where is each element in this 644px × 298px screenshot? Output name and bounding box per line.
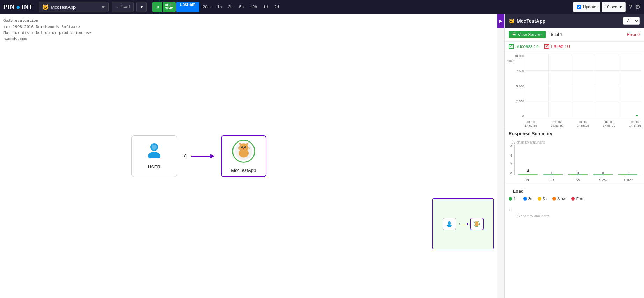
- mini-user-node: [443, 218, 456, 230]
- rc-y-0: 0: [510, 172, 512, 175]
- view-servers-button[interactable]: ☰ View Servers: [509, 31, 546, 38]
- load-legend: 1s 3s 5s Slow Error: [509, 195, 640, 202]
- app-node[interactable]: MccTestApp: [221, 135, 266, 177]
- load-chart: 4 JS chart by amCharts: [509, 204, 640, 239]
- panel-header: 🐱 MccTestApp All: [505, 14, 644, 28]
- 1d-button[interactable]: 1d: [260, 2, 271, 12]
- legend-5s-label: 5s: [543, 197, 547, 201]
- navbar: PIN●INT 🐱 MccTestApp ▼ → 1 ⇒ 1 ▼ ⊞ REAL …: [0, 0, 644, 14]
- amcharts-note: JS chart by amCharts: [511, 140, 545, 144]
- rc-x-5s: 5s: [565, 178, 591, 182]
- panel-title: 🐱 MccTestApp: [509, 18, 545, 24]
- nav-arrows: → 1 ⇒ 1: [112, 2, 134, 12]
- stats-row: ✓ Success : 4 ✓ Failed : 0: [505, 42, 644, 51]
- svg-line-17: [247, 149, 249, 149]
- sec-select[interactable]: 10 sec ▼: [602, 2, 626, 12]
- rc-val-3s: 0: [540, 171, 565, 175]
- all-select[interactable]: All: [623, 17, 640, 25]
- total-info: Total 1: [550, 32, 562, 37]
- response-time-chart: 10,000 (ms) 7,500 5,000 2,500 0: [505, 51, 644, 128]
- legend-error-label: Error: [576, 197, 585, 201]
- mini-app-node: [470, 218, 484, 230]
- view-servers-label: View Servers: [518, 32, 542, 37]
- rc-val-slow: 0: [591, 171, 616, 175]
- grid-icon-btn[interactable]: ⊞: [152, 2, 162, 12]
- rc-x-error: Error: [616, 178, 641, 182]
- rc-val-error: 0: [616, 171, 641, 175]
- 20m-button[interactable]: 20m: [200, 2, 214, 12]
- 2d-button[interactable]: 2d: [271, 2, 281, 12]
- 12h-button[interactable]: 12h: [247, 2, 260, 12]
- update-button[interactable]: Update: [573, 2, 600, 12]
- 3h-button[interactable]: 3h: [225, 2, 235, 12]
- load-section: Load 1s 3s 5s Slow: [505, 183, 644, 240]
- rc-y-6: 6: [510, 145, 512, 148]
- rc-y-2: 2: [510, 162, 512, 166]
- panel-toolbar: ☰ View Servers Total 1 Error 0: [505, 28, 644, 42]
- legend-5s: 5s: [538, 197, 547, 201]
- update-checkbox[interactable]: [577, 5, 581, 9]
- main-area: GoJS evaluation (c) 1998-2016 Northwoods…: [0, 14, 644, 298]
- svg-point-22: [475, 221, 478, 224]
- collapse-button[interactable]: ▶: [497, 14, 504, 28]
- watermark-line4: nwoods.com: [3, 36, 92, 42]
- x-label-4: 01-1614:56:20: [603, 120, 615, 128]
- watermark-line2: (c) 1998-2016 Northwoods Software: [3, 24, 92, 30]
- load-title: Load: [509, 186, 640, 195]
- realtime-label2: TIME: [165, 7, 173, 10]
- flow-diagram: USER 4: [131, 135, 266, 177]
- last5m-label: Last 5m: [180, 2, 195, 7]
- failed-checkbox[interactable]: ✓: [544, 44, 549, 49]
- legend-3s: 3s: [523, 197, 532, 201]
- watermark-line3: Not for distribution or production use: [3, 30, 92, 36]
- rc-x-3s: 3s: [540, 178, 565, 182]
- chevron-down-icon: ▼: [618, 5, 623, 9]
- help-icon[interactable]: ?: [629, 3, 632, 11]
- success-checkbox[interactable]: ✓: [509, 44, 514, 49]
- svg-point-19: [447, 224, 452, 227]
- legend-3s-label: 3s: [528, 197, 532, 201]
- legend-1s-label: 1s: [514, 197, 518, 201]
- svg-point-10: [244, 146, 246, 148]
- app-selector[interactable]: 🐱 MccTestApp ▼: [39, 2, 109, 12]
- realtime-button[interactable]: REAL TIME: [163, 2, 176, 12]
- canvas-area[interactable]: GoJS evaluation (c) 1998-2016 Northwoods…: [0, 14, 497, 298]
- error-info: Error 0: [627, 32, 640, 37]
- y-label-7500: 7,500: [516, 69, 524, 73]
- legend-slow-label: Slow: [557, 197, 566, 201]
- watermark: GoJS evaluation (c) 1998-2016 Northwoods…: [3, 17, 92, 42]
- failed-stat: ✓ Failed : 0: [544, 44, 570, 49]
- flow-arrow: 4: [184, 153, 214, 159]
- dot-slow: [552, 197, 556, 201]
- panel-title-icon: 🐱: [509, 18, 515, 24]
- last5m-button[interactable]: Last 5m: [176, 2, 199, 12]
- y-unit: (ms): [507, 59, 514, 63]
- load-amcharts-note: JS chart by amCharts: [516, 214, 549, 218]
- failed-label: Failed : 0: [551, 44, 570, 49]
- success-stat: ✓ Success : 4: [509, 44, 539, 49]
- 6h-button[interactable]: 6h: [236, 2, 246, 12]
- x-label-2: 01-1614:53:50: [551, 120, 563, 128]
- panel-title-text: MccTestApp: [517, 18, 545, 24]
- mini-arrow: 4: [459, 222, 467, 225]
- grid-icon: ⊞: [156, 5, 159, 9]
- svg-point-12: [245, 147, 246, 147]
- user-label: USER: [148, 164, 160, 169]
- svg-line-15: [238, 149, 240, 149]
- svg-point-13: [243, 148, 244, 150]
- user-node[interactable]: USER: [131, 135, 177, 177]
- svg-point-9: [241, 146, 243, 148]
- success-label: Success : 4: [515, 44, 539, 49]
- chevron-down-icon: ▼: [101, 5, 106, 10]
- settings-icon[interactable]: ⚙: [635, 3, 641, 11]
- 1h-button[interactable]: 1h: [214, 2, 224, 12]
- x-label-3: 01-1614:55:05: [577, 120, 589, 128]
- legend-1s: 1s: [509, 197, 518, 201]
- y-label-10000: 10,000: [514, 54, 524, 58]
- dropdown-btn[interactable]: ▼: [136, 2, 147, 12]
- tomcat-icon: [231, 139, 256, 165]
- svg-point-11: [242, 147, 243, 147]
- update-label: Update: [583, 5, 596, 9]
- y-label-5000: 5,000: [516, 85, 524, 88]
- y-label-2500: 2,500: [516, 100, 524, 103]
